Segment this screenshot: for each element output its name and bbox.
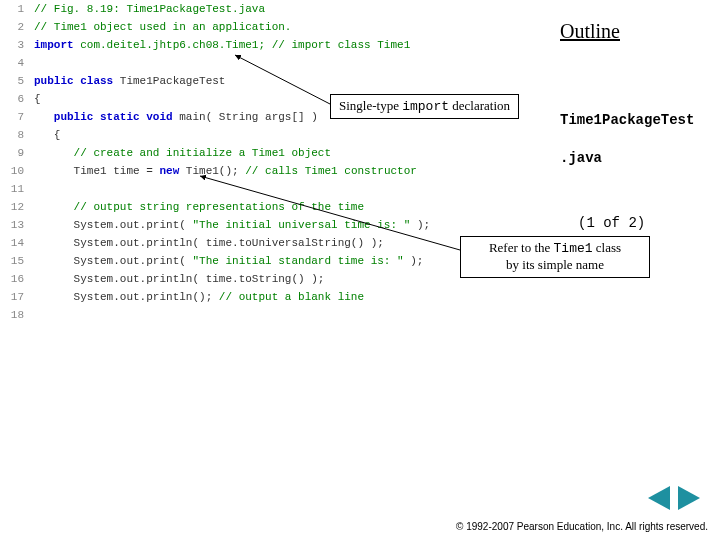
callout-refer: Refer to the Time1 class by its simple n… (460, 236, 650, 278)
outline-heading: Outline (560, 20, 620, 43)
copyright-footer: © 1992-2007 Pearson Education, Inc. All … (456, 521, 708, 532)
page-counter: (1 of 2) (578, 215, 645, 231)
file-extension: .java (560, 150, 602, 166)
prev-icon[interactable] (648, 486, 670, 510)
next-icon[interactable] (678, 486, 700, 510)
callout-import: Single-type import declaration (330, 94, 519, 119)
file-name: Time1PackageTest (560, 112, 694, 128)
nav-controls (648, 486, 700, 510)
